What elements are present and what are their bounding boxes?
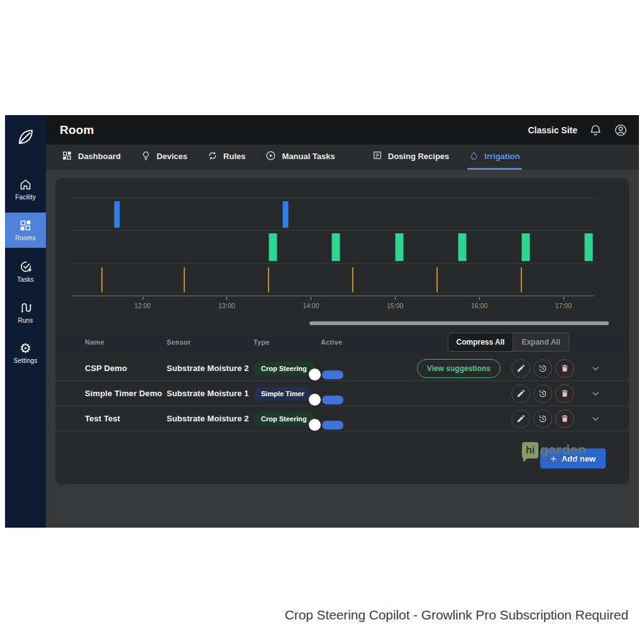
runs-route-icon (19, 301, 33, 314)
row-name: CSP Demo (85, 364, 167, 373)
column-header-active: Active (321, 338, 360, 346)
tab-label: Rules (223, 152, 245, 161)
home-icon (19, 178, 32, 191)
axis-tick-mark (564, 297, 564, 300)
chart-event-marker (332, 233, 340, 261)
sidebar-item-label: Tasks (17, 276, 34, 283)
chart-event-marker (521, 233, 530, 261)
page-title: Room (60, 123, 94, 137)
higarden-logo-text: garden (540, 442, 586, 457)
chart-event-marker (585, 233, 593, 261)
site-name[interactable]: Classic Site (528, 125, 577, 135)
chart-event-marker (114, 201, 120, 228)
sidebar-item-facility[interactable]: Facility (5, 172, 46, 207)
chart-scrollbar-thumb[interactable] (309, 321, 609, 325)
higarden-tagline: zahrada po celý rok (543, 458, 586, 462)
edit-button[interactable] (511, 384, 530, 403)
dashboard-grid-icon (62, 150, 72, 163)
edit-button[interactable] (511, 359, 530, 378)
page-header: Room Classic Site (46, 115, 639, 145)
row-name: Test Test (85, 414, 167, 423)
chart-event-marker (395, 233, 403, 261)
chart-lane-green (72, 230, 594, 263)
bell-icon[interactable] (589, 123, 602, 137)
axis-tick-mark (479, 297, 480, 300)
chart-event-marker (269, 233, 277, 261)
column-header-sensor: Sensor (167, 338, 253, 346)
chart-lane-blue (72, 197, 594, 230)
sidebar-item-settings[interactable]: ⚙ Settings (5, 335, 46, 370)
tasks-check-icon (19, 260, 33, 274)
chart-event-marker (458, 233, 467, 261)
edit-button[interactable] (511, 409, 530, 428)
sidebar-item-tasks[interactable]: Tasks (5, 253, 46, 289)
compress-all-button[interactable]: Compress All (448, 333, 513, 351)
table-row: Simple Timer Demo Substrate Moisture 1 S… (55, 381, 629, 406)
column-header-type: Type (253, 338, 321, 346)
axis-tick-mark (143, 297, 143, 300)
sidebar-item-rooms[interactable]: Rooms (5, 213, 46, 248)
growlink-leaf-logo (15, 124, 36, 150)
chart-event-marker (268, 267, 269, 292)
tab-label: Manual Tasks (282, 152, 335, 161)
chevron-down-icon[interactable] (591, 389, 601, 399)
expand-all-button[interactable]: Expand All (513, 333, 569, 351)
chevron-down-icon[interactable] (591, 414, 601, 424)
axis-tick-label: 16:00 (471, 302, 487, 309)
axis-tick-label: 17:00 (555, 302, 572, 309)
list-icon (372, 150, 382, 162)
delete-button[interactable] (555, 359, 574, 378)
tab-label: Dosing Recipes (388, 152, 450, 161)
table-header-row: Name Sensor Type Active Compress All Exp… (55, 332, 629, 352)
chart-event-marker (184, 267, 185, 292)
compress-expand-toggle-group: Compress All Expand All (448, 333, 570, 352)
higarden-logo-badge: hi (522, 442, 538, 458)
axis-tick-label: 13:00 (218, 302, 235, 309)
sync-icon (208, 150, 218, 163)
axis-tick-label: 12:00 (134, 302, 150, 309)
delete-button[interactable] (555, 409, 574, 428)
gear-icon: ⚙ (19, 342, 31, 355)
history-button[interactable] (533, 409, 552, 428)
row-sensor: Substrate Moisture 1 (167, 389, 253, 398)
axis-tick-mark (226, 297, 227, 300)
row-sensor: Substrate Moisture 2 (167, 364, 253, 373)
tab-irrigation[interactable]: Irrigation (467, 145, 521, 170)
chart-event-marker (101, 267, 103, 292)
table-row: CSP Demo Substrate Moisture 2 Crop Steer… (55, 356, 629, 381)
sidebar-item-runs[interactable]: Runs (5, 294, 46, 330)
tab-label: Devices (157, 152, 187, 161)
chart-event-marker (521, 267, 522, 292)
sidebar: Facility Rooms (5, 115, 46, 528)
lightbulb-icon (141, 150, 151, 163)
sidebar-nav: Facility Rooms (5, 172, 46, 376)
chart-event-marker (352, 267, 353, 292)
content-area: 12:0013:0014:0015:0016:0017:00 Name Sens… (46, 170, 639, 528)
type-badge: Crop Steering (253, 412, 314, 426)
view-suggestions-button[interactable]: View suggestions (417, 359, 501, 378)
history-button[interactable] (533, 384, 552, 403)
account-icon[interactable] (614, 123, 628, 137)
tab-rules[interactable]: Rules (206, 145, 247, 170)
tab-dashboard[interactable]: Dashboard (60, 145, 123, 170)
axis-tick-mark (395, 297, 396, 300)
sidebar-item-label: Runs (18, 317, 33, 324)
chart-event-marker (283, 201, 289, 228)
history-button[interactable] (533, 359, 552, 378)
higarden-watermark: hi garden zahrada po celý rok (522, 442, 586, 462)
tab-dosing-recipes[interactable]: Dosing Recipes (370, 145, 452, 170)
irrigation-card: 12:0013:0014:0015:0016:0017:00 Name Sens… (55, 178, 629, 484)
tab-label: Dashboard (78, 152, 121, 161)
chart-lane-orange (72, 263, 594, 296)
tab-devices[interactable]: Devices (139, 145, 189, 170)
axis-tick-mark (311, 297, 311, 300)
sidebar-item-label: Rooms (15, 235, 36, 242)
rooms-grid-icon (19, 219, 32, 232)
tab-manual-tasks[interactable]: Manual Tasks (264, 145, 336, 170)
droplet-icon (469, 150, 479, 163)
sidebar-item-label: Settings (14, 357, 38, 364)
delete-button[interactable] (555, 384, 574, 403)
tab-label: Irrigation (484, 152, 519, 161)
irrigation-timeline-chart: 12:0013:0014:0015:0016:0017:00 (72, 197, 594, 312)
chevron-down-icon[interactable] (591, 364, 601, 374)
